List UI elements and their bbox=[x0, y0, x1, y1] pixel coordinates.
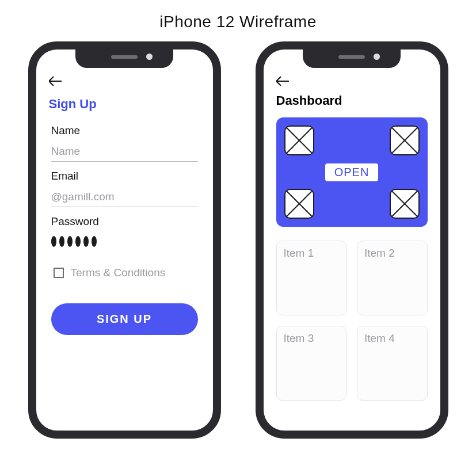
image-placeholder-icon bbox=[390, 125, 420, 155]
dashboard-item-card[interactable]: Item 1 bbox=[276, 241, 347, 315]
terms-checkbox[interactable] bbox=[54, 268, 64, 278]
wireframe-stage: Sign Up Name Name Email @gamill.com Pass… bbox=[0, 41, 476, 439]
signup-heading: Sign Up bbox=[49, 97, 200, 112]
password-input[interactable] bbox=[51, 234, 198, 250]
password-label: Password bbox=[51, 215, 198, 228]
dashboard-item-card[interactable]: Item 2 bbox=[357, 241, 428, 315]
screen-dashboard: Dashboard OPEN bbox=[264, 49, 440, 431]
image-placeholder-icon bbox=[284, 189, 314, 219]
screen-signup: Sign Up Name Name Email @gamill.com Pass… bbox=[36, 49, 213, 431]
dashboard-heading: Dashboard bbox=[276, 93, 428, 108]
terms-row: Terms & Conditions bbox=[51, 266, 198, 279]
open-badge[interactable]: OPEN bbox=[325, 163, 379, 181]
back-arrow-icon[interactable] bbox=[276, 76, 289, 86]
device-notch bbox=[75, 47, 173, 68]
page-title: iPhone 12 Wireframe bbox=[0, 0, 476, 31]
back-arrow-icon[interactable] bbox=[49, 76, 62, 86]
phone-frame-dashboard: Dashboard OPEN bbox=[256, 41, 448, 439]
phone-frame-signup: Sign Up Name Name Email @gamill.com Pass… bbox=[28, 41, 221, 439]
name-input[interactable]: Name bbox=[51, 143, 198, 162]
terms-label: Terms & Conditions bbox=[71, 266, 166, 279]
dashboard-item-card[interactable]: Item 3 bbox=[276, 326, 347, 401]
email-label: Email bbox=[51, 170, 198, 182]
dashboard-item-grid: Item 1 Item 2 Item 3 Item 4 bbox=[276, 241, 428, 401]
device-notch bbox=[303, 47, 401, 68]
dashboard-item-card[interactable]: Item 4 bbox=[357, 326, 428, 401]
dashboard-hero-card[interactable]: OPEN bbox=[276, 117, 428, 227]
email-input[interactable]: @gamill.com bbox=[51, 188, 198, 207]
signup-form: Name Name Email @gamill.com Password Ter… bbox=[49, 124, 200, 335]
signup-button[interactable]: SIGN UP bbox=[51, 303, 198, 335]
image-placeholder-icon bbox=[284, 125, 314, 155]
name-label: Name bbox=[51, 124, 198, 137]
image-placeholder-icon bbox=[390, 189, 420, 219]
